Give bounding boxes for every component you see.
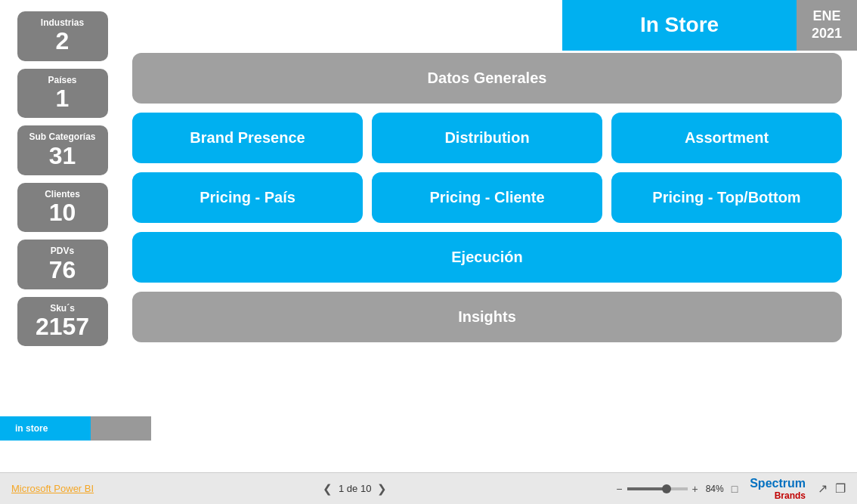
zoom-slider[interactable]	[627, 487, 688, 490]
powerbi-link[interactable]: Microsoft Power BI	[11, 483, 94, 494]
zoom-minus-icon[interactable]: −	[616, 483, 622, 495]
stat-skus-value: 2157	[25, 314, 101, 340]
stat-clientes-value: 10	[25, 199, 101, 226]
stat-clientes-label: Clientes	[25, 189, 101, 199]
assortment-button[interactable]: Assortment	[611, 113, 842, 163]
date-badge: ENE 2021	[797, 0, 857, 51]
date-line1: ENE	[812, 8, 840, 25]
prev-page-button[interactable]: ❮	[323, 482, 333, 496]
top-header: In Store ENE 2021	[562, 0, 857, 51]
stat-skus-label: Sku´s	[25, 303, 101, 314]
stat-subcategorias-label: Sub Categorías	[25, 131, 101, 142]
stat-paises-value: 1	[25, 85, 101, 112]
insights-row: Insights	[132, 292, 842, 342]
bottom-right-icons: ↗ ❐	[818, 481, 846, 496]
pagination-text: 1 de 10	[339, 483, 371, 494]
content-area: Datos Generales Brand Presence Distribut…	[125, 0, 857, 472]
zoom-plus-icon[interactable]: +	[692, 483, 698, 495]
main-area: In Store ENE 2021 Industrias 2 Países 1 …	[0, 0, 857, 472]
stat-pdvs-value: 76	[25, 257, 101, 283]
tab-in-store-label: in store	[15, 423, 48, 434]
pagination: ❮ 1 de 10 ❯	[323, 482, 387, 496]
stat-industrias-value: 2	[25, 28, 101, 54]
pricing-topbottom-button[interactable]: Pricing - Top/Bottom	[611, 172, 842, 223]
tab-inactive[interactable]	[91, 416, 151, 441]
date-line2: 2021	[812, 25, 842, 42]
insights-button[interactable]: Insights	[132, 292, 842, 342]
stat-subcategorias-value: 31	[25, 143, 101, 169]
bottom-bar: Microsoft Power BI ❮ 1 de 10 ❯ − + 84% □…	[0, 472, 857, 504]
zoom-percent: 84%	[706, 484, 724, 494]
stat-subcategorias: Sub Categorías 31	[17, 125, 108, 175]
stat-industrias: Industrias 2	[17, 11, 108, 61]
stat-paises-label: Países	[25, 75, 101, 85]
stat-pdvs: PDVs 76	[17, 240, 108, 289]
spectrum-brands-logo: Spectrum Brands	[750, 477, 806, 501]
brand-presence-button[interactable]: Brand Presence	[132, 113, 363, 163]
tab-in-store[interactable]: in store	[0, 416, 91, 441]
share-icon[interactable]: ↗	[818, 481, 828, 496]
pricing-row: Pricing - País Pricing - Cliente Pricing…	[132, 172, 842, 223]
sidebar: Industrias 2 Países 1 Sub Categorías 31 …	[0, 0, 125, 472]
ejecucion-button[interactable]: Ejecución	[132, 232, 842, 283]
pricing-cliente-button[interactable]: Pricing - Cliente	[372, 172, 602, 223]
stat-paises: Países 1	[17, 69, 108, 119]
stat-pdvs-label: PDVs	[25, 246, 101, 256]
stat-industrias-label: Industrias	[25, 17, 101, 28]
in-store-badge[interactable]: In Store	[562, 0, 797, 51]
fit-page-icon[interactable]: □	[732, 483, 738, 495]
distribution-button[interactable]: Distribution	[372, 113, 602, 163]
next-page-button[interactable]: ❯	[377, 482, 387, 496]
brand-dist-assort-row: Brand Presence Distribution Assortment	[132, 113, 842, 163]
brands-text: Brands	[775, 490, 806, 501]
tab-bar: in store	[0, 416, 151, 441]
spectrum-text: Spectrum	[750, 477, 806, 490]
in-store-label: In Store	[640, 13, 719, 37]
zoom-controls: − + 84% □	[616, 483, 738, 495]
datos-generales-row: Datos Generales	[132, 53, 842, 104]
fullscreen-icon[interactable]: ❐	[835, 481, 846, 496]
stat-skus: Sku´s 2157	[17, 297, 108, 347]
stat-clientes: Clientes 10	[17, 183, 108, 233]
ejecucion-row: Ejecución	[132, 232, 842, 283]
pricing-pais-button[interactable]: Pricing - País	[132, 172, 363, 223]
datos-generales-button[interactable]: Datos Generales	[132, 53, 842, 104]
